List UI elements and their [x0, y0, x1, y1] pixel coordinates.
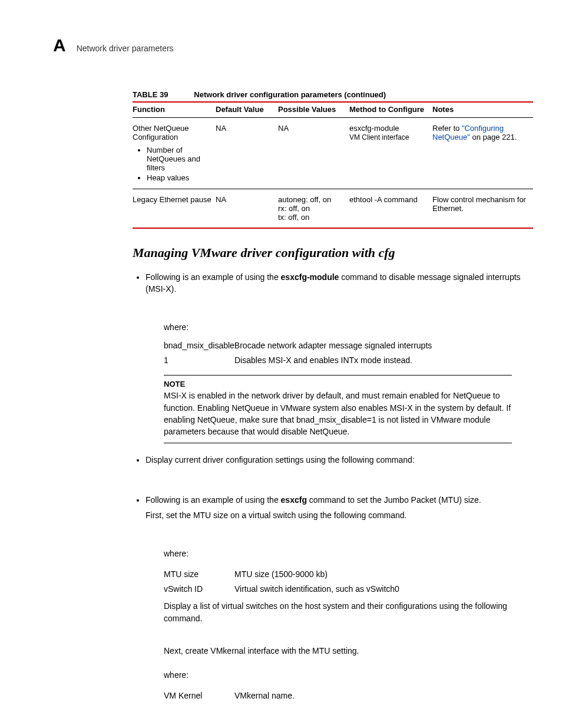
def-row: vSwitch ID Virtual switch identification…	[164, 583, 530, 595]
where-block: where: MTU size MTU size (1500-9000 kb) …	[164, 548, 530, 625]
text: Following is an example of using the	[146, 272, 281, 282]
bold-text: esxcfg	[281, 495, 307, 505]
paragraph: Display a list of virtual switches on th…	[164, 600, 530, 625]
col-notes: Notes	[432, 102, 533, 118]
col-method: Method to Configure	[349, 102, 432, 118]
where-label: where:	[164, 548, 530, 560]
def-row: MTU size MTU size (1500-9000 kb)	[164, 568, 530, 581]
def-term: vSwitch ID	[164, 583, 234, 595]
col-default: Default Value	[216, 102, 278, 118]
def-row: VM Kernel VMkernal name.	[164, 690, 530, 702]
cell-possible: NA	[278, 118, 349, 189]
function-main: Other NetQueue Configuration	[133, 124, 189, 141]
text: First, set the MTU size on a virtual swi…	[146, 509, 530, 521]
def-desc: Brocade network adapter message signaled…	[234, 341, 432, 350]
cell-notes: Refer to "Configuring NetQueue" on page …	[432, 118, 533, 189]
param-table: Function Default Value Possible Values M…	[133, 101, 533, 229]
table-label: TABLE 39	[133, 90, 168, 99]
section-heading: Managing VMware driver configuration wit…	[133, 245, 530, 261]
def-term: MTU size	[164, 568, 234, 581]
def-desc: VMkernal name.	[234, 690, 530, 702]
list-item: Following is an example of using the esx…	[146, 269, 530, 301]
col-possible: Possible Values	[278, 102, 349, 118]
function-sublist: Number of NetQueues and filters Heap val…	[133, 145, 212, 183]
def-desc: Virtual switch identification, such as v…	[234, 583, 530, 595]
table-row: Legacy Ethernet pause NA autoneg: off, o…	[133, 189, 533, 229]
cell-method: esxcfg-module VM Client interface	[349, 118, 432, 189]
def-row: 1 Disables MSI-X and enables INTx mode i…	[164, 354, 530, 367]
note-title: NOTE	[164, 379, 512, 390]
cell-possible: autoneg: off, on rx: off, on tx: off, on	[278, 189, 349, 229]
paragraph: Next, create VMkernal interface with the…	[164, 645, 530, 657]
cell-function: Other NetQueue Configuration Number of N…	[133, 118, 216, 189]
def-inline: bnad_msix_disableBrocade network adapter…	[164, 340, 530, 352]
body-list: Following is an example of using the esx…	[133, 492, 530, 528]
table-row: Other NetQueue Configuration Number of N…	[133, 118, 533, 189]
where-block: where: bnad_msix_disableBrocade network …	[164, 321, 530, 367]
where-label: where:	[164, 669, 530, 681]
notes-prefix: Refer to	[432, 124, 462, 133]
def-term: 1	[164, 354, 234, 367]
body-list: Display current driver configuration set…	[133, 452, 530, 472]
running-title: Network driver parameters	[77, 44, 174, 53]
cell-notes: Flow control mechanism for Ethernet.	[432, 189, 533, 229]
col-function: Function	[133, 102, 216, 118]
where-label: where:	[164, 321, 530, 334]
method-line1: esxcfg-module	[349, 124, 399, 133]
text: command to set the Jumbo Packet (MTU) si…	[307, 495, 481, 505]
method-line2: VM Client interface	[349, 133, 409, 141]
def-term: VM Kernel	[164, 690, 234, 702]
list-item: Following is an example of using the esx…	[146, 492, 530, 528]
notes-suffix: on page 221.	[470, 133, 517, 141]
page: A Network driver parameters TABLE 39 Net…	[0, 0, 562, 728]
list-item: Heap values	[147, 173, 212, 183]
cell-function: Legacy Ethernet pause	[133, 189, 216, 229]
list-item: Number of NetQueues and filters	[147, 145, 212, 173]
list-item: Display current driver configuration set…	[146, 452, 530, 472]
running-header: A Network driver parameters	[53, 35, 530, 55]
def-desc: MTU size (1500-9000 kb)	[234, 568, 530, 581]
def-term: bnad_msix_disable	[164, 341, 234, 350]
cell-default: NA	[216, 189, 278, 229]
body-list: Following is an example of using the esx…	[133, 269, 530, 301]
table-header-row: Function Default Value Possible Values M…	[133, 102, 533, 118]
where-block: where: VM Kernel VMkernal name.	[164, 669, 530, 702]
cell-default: NA	[216, 118, 278, 189]
note-body: MSI-X is enabled in the network driver b…	[164, 390, 512, 437]
def-desc: Disables MSI-X and enables INTx mode ins…	[234, 354, 530, 367]
note-box: NOTE MSI-X is enabled in the network dri…	[164, 375, 512, 443]
chapter-letter: A	[53, 35, 66, 55]
table-title: Network driver configuration parameters …	[194, 90, 386, 99]
cell-method: ethtool -A command	[349, 189, 432, 229]
bold-text: esxcfg-module	[281, 272, 339, 282]
table-caption: TABLE 39 Network driver configuration pa…	[133, 90, 530, 99]
text: Following is an example of using the	[146, 495, 281, 505]
